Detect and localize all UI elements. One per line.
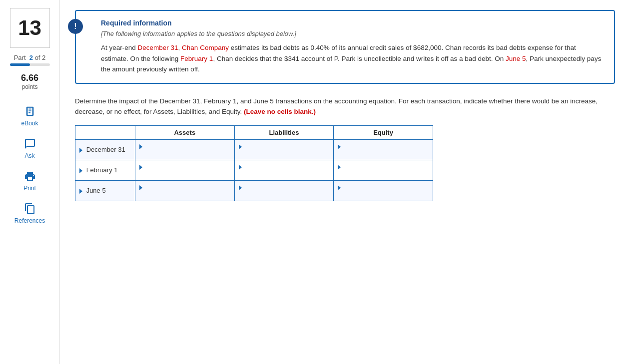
sidebar-item-print-label: Print: [23, 185, 36, 192]
cell-dec31-assets[interactable]: [135, 139, 235, 160]
sidebar-item-ask[interactable]: Ask: [4, 133, 55, 163]
points-label: points: [21, 83, 37, 90]
info-icon: !: [68, 19, 83, 34]
sidebar-nav: eBook Ask Print Refe: [4, 100, 55, 228]
table-row: December 31: [75, 139, 433, 160]
progress-bar: [10, 63, 50, 66]
input-dec31-equity[interactable]: [338, 150, 429, 157]
cell-dec31-liabilities[interactable]: [234, 139, 334, 160]
info-body: At year-end December 31, Chan Company es…: [101, 42, 604, 75]
row-label-feb1: February 1: [75, 160, 135, 180]
sidebar-item-references-label: References: [14, 217, 45, 224]
sidebar: 13 Part 2 of 2 6.66 points eBook Ask: [0, 0, 60, 364]
cell-feb1-assets[interactable]: [135, 160, 235, 180]
sidebar-item-print[interactable]: Print: [4, 165, 55, 196]
sidebar-item-references[interactable]: References: [4, 198, 55, 228]
clipboard-icon: [23, 202, 37, 216]
row-label-dec31: December 31: [75, 139, 135, 160]
input-feb1-assets[interactable]: [139, 170, 230, 178]
table-row: June 5: [75, 180, 433, 201]
points-value: 6.66: [21, 73, 38, 83]
accounting-table: Assets Liabilities Equity December 31: [75, 125, 433, 201]
question-number-box: 13: [10, 8, 50, 48]
cell-dec31-equity[interactable]: [334, 139, 433, 160]
print-icon: [23, 169, 37, 183]
sidebar-item-ebook[interactable]: eBook: [4, 100, 55, 131]
part-label: Part 2 of 2: [14, 54, 46, 61]
info-box: ! Required information [The following in…: [75, 10, 615, 84]
sidebar-item-ebook-label: eBook: [21, 120, 38, 127]
cell-jun5-liabilities[interactable]: [234, 180, 334, 201]
col-header-equity: Equity: [334, 125, 433, 139]
cell-jun5-equity[interactable]: [334, 180, 433, 201]
question-text: Determine the impact of the December 31,…: [75, 96, 615, 117]
question-text-part1: Determine the impact of the December 31,…: [75, 97, 598, 116]
input-dec31-assets[interactable]: [139, 150, 230, 157]
input-jun5-equity[interactable]: [338, 191, 429, 198]
sidebar-item-ask-label: Ask: [24, 152, 34, 159]
input-dec31-liabilities[interactable]: [239, 150, 330, 157]
row-label-jun5: June 5: [75, 180, 135, 201]
col-header-assets: Assets: [135, 125, 235, 139]
table-row: February 1: [75, 160, 433, 180]
progress-bar-fill: [10, 63, 30, 66]
input-jun5-assets[interactable]: [139, 191, 230, 198]
main-content: ! Required information [The following in…: [60, 0, 630, 364]
book-icon: [23, 104, 37, 118]
question-number: 13: [18, 16, 41, 40]
info-subtitle: [The following information applies to th…: [101, 30, 604, 37]
question-leave-blank: (Leave no cells blank.): [244, 108, 316, 115]
input-feb1-equity[interactable]: [338, 170, 429, 178]
cell-jun5-assets[interactable]: [135, 180, 235, 201]
chat-icon: [23, 137, 37, 151]
input-jun5-liabilities[interactable]: [239, 191, 330, 198]
col-header-liabilities: Liabilities: [234, 125, 334, 139]
cell-feb1-equity[interactable]: [334, 160, 433, 180]
info-title: Required information: [101, 19, 604, 27]
cell-feb1-liabilities[interactable]: [234, 160, 334, 180]
input-feb1-liabilities[interactable]: [239, 170, 330, 178]
